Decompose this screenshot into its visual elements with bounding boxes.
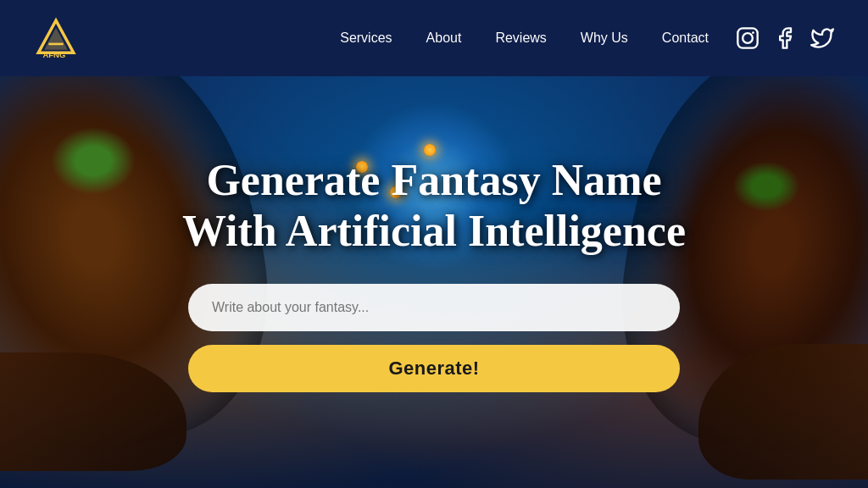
generate-button[interactable]: Generate! [188, 345, 680, 392]
svg-point-5 [743, 33, 753, 43]
social-icons [736, 26, 834, 50]
nav-contact[interactable]: Contact [662, 30, 709, 45]
hero-title: Generate Fantasy Name With Artificial In… [182, 155, 686, 257]
nav-why-us[interactable]: Why Us [581, 30, 628, 45]
hero-section: Generate Fantasy Name With Artificial In… [0, 76, 868, 488]
twitter-icon[interactable] [810, 26, 834, 50]
nav-reviews[interactable]: Reviews [495, 30, 546, 45]
instagram-icon[interactable] [736, 26, 760, 50]
nav-services[interactable]: Services [340, 30, 392, 45]
facebook-icon[interactable] [773, 26, 797, 50]
nav-about[interactable]: About [426, 30, 462, 45]
navbar: AFNG Services About Reviews Why Us Conta… [0, 0, 868, 76]
svg-text:AFNG: AFNG [42, 50, 65, 59]
logo[interactable]: AFNG [34, 16, 78, 60]
fantasy-input[interactable] [188, 284, 680, 331]
lantern-3 [424, 144, 436, 156]
hero-content: Generate Fantasy Name With Artificial In… [97, 155, 771, 392]
svg-rect-4 [737, 28, 757, 47]
nav-links: Services About Reviews Why Us Contact [340, 30, 709, 46]
svg-point-6 [752, 31, 754, 34]
svg-marker-1 [44, 28, 68, 50]
